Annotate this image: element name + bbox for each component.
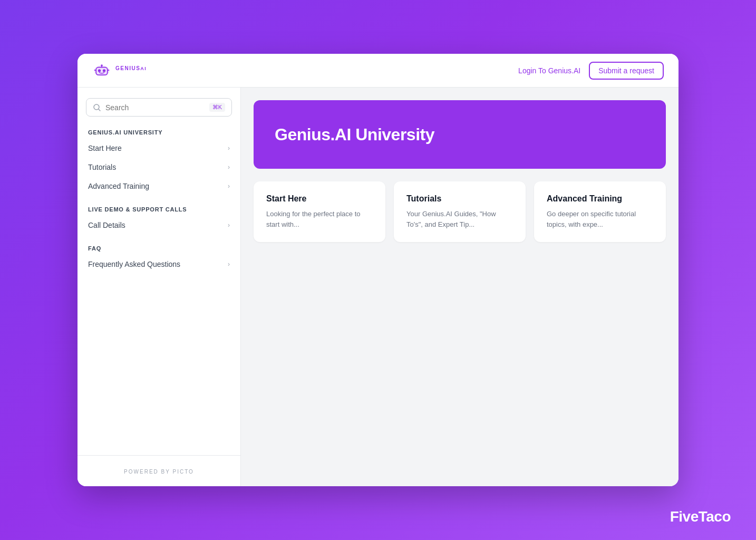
sidebar-item-label-faq: Frequently Asked Questions: [88, 260, 180, 268]
chevron-right-icon: ›: [228, 163, 230, 171]
card-tutorials[interactable]: Tutorials Your Genius.AI Guides, "How To…: [394, 181, 526, 242]
search-box[interactable]: ⌘K: [86, 98, 232, 117]
sidebar-content: ⌘K GENIUS.AI UNIVERSITY Start Here › Tut…: [77, 88, 240, 455]
hero-banner: Genius.AI University: [254, 100, 666, 169]
sidebar-footer: POWERED BY PICTO: [77, 455, 240, 486]
genius-ai-logo-icon: [92, 63, 111, 78]
card-title-tutorials: Tutorials: [406, 194, 513, 204]
card-desc-start-here: Looking for the perfect place to start w…: [266, 209, 373, 229]
svg-point-3: [103, 69, 105, 72]
card-start-here[interactable]: Start Here Looking for the perfect place…: [254, 181, 385, 242]
sidebar-item-start-here[interactable]: Start Here ›: [77, 139, 240, 158]
sidebar-item-label-start-here: Start Here: [88, 144, 122, 152]
sidebar-item-label-call-details: Call Details: [88, 221, 125, 229]
powered-by-label: POWERED BY PICTO: [124, 469, 194, 475]
sidebar-item-call-details[interactable]: Call Details ›: [77, 216, 240, 235]
logo-text: GENIUSAI: [115, 65, 147, 75]
nav-section-live-demo: LIVE DEMO & SUPPORT CALLS Call Details ›: [77, 206, 240, 235]
sidebar-item-tutorials[interactable]: Tutorials ›: [77, 158, 240, 177]
search-shortcut: ⌘K: [209, 103, 225, 112]
svg-line-9: [99, 109, 100, 111]
nav-section-title-faq: FAQ: [77, 245, 240, 252]
cards-grid: Start Here Looking for the perfect place…: [254, 181, 666, 242]
hero-title: Genius.AI University: [275, 125, 434, 144]
chevron-right-icon: ›: [228, 182, 230, 190]
chevron-right-icon: ›: [228, 144, 230, 152]
search-icon: [93, 103, 101, 112]
svg-point-2: [98, 69, 101, 72]
card-desc-tutorials: Your Genius.AI Guides, "How To's", and E…: [406, 209, 513, 229]
sidebar: ⌘K GENIUS.AI UNIVERSITY Start Here › Tut…: [77, 88, 241, 486]
chevron-right-icon: ›: [228, 261, 230, 268]
sidebar-item-label-tutorials: Tutorials: [88, 163, 116, 171]
search-input[interactable]: [105, 103, 205, 112]
card-desc-advanced-training: Go deeper on specific tutorial topics, w…: [547, 209, 653, 229]
nav-section-faq: FAQ Frequently Asked Questions ›: [77, 245, 240, 274]
card-title-start-here: Start Here: [266, 194, 373, 204]
nav-section-title-university: GENIUS.AI UNIVERSITY: [77, 129, 240, 136]
card-advanced-training[interactable]: Advanced Training Go deeper on specific …: [534, 181, 666, 242]
login-link[interactable]: Login To Genius.AI: [518, 66, 580, 75]
header-actions: Login To Genius.AI Submit a request: [518, 62, 664, 80]
sidebar-item-label-advanced-training: Advanced Training: [88, 182, 149, 190]
content-area: Genius.AI University Start Here Looking …: [241, 88, 679, 486]
submit-request-button[interactable]: Submit a request: [589, 62, 664, 80]
fivetaco-logo: FiveTaco: [670, 508, 731, 525]
card-title-advanced-training: Advanced Training: [547, 194, 653, 204]
header: GENIUSAI Login To Genius.AI Submit a req…: [77, 54, 679, 88]
main-layout: ⌘K GENIUS.AI UNIVERSITY Start Here › Tut…: [77, 88, 679, 486]
sidebar-item-faq[interactable]: Frequently Asked Questions ›: [77, 255, 240, 274]
nav-section-university: GENIUS.AI UNIVERSITY Start Here › Tutori…: [77, 129, 240, 196]
svg-point-5: [101, 64, 103, 66]
nav-section-title-live-demo: LIVE DEMO & SUPPORT CALLS: [77, 206, 240, 213]
logo-area: GENIUSAI: [92, 63, 147, 78]
chevron-right-icon: ›: [228, 221, 230, 229]
app-window: GENIUSAI Login To Genius.AI Submit a req…: [77, 54, 679, 486]
sidebar-item-advanced-training[interactable]: Advanced Training ›: [77, 177, 240, 196]
